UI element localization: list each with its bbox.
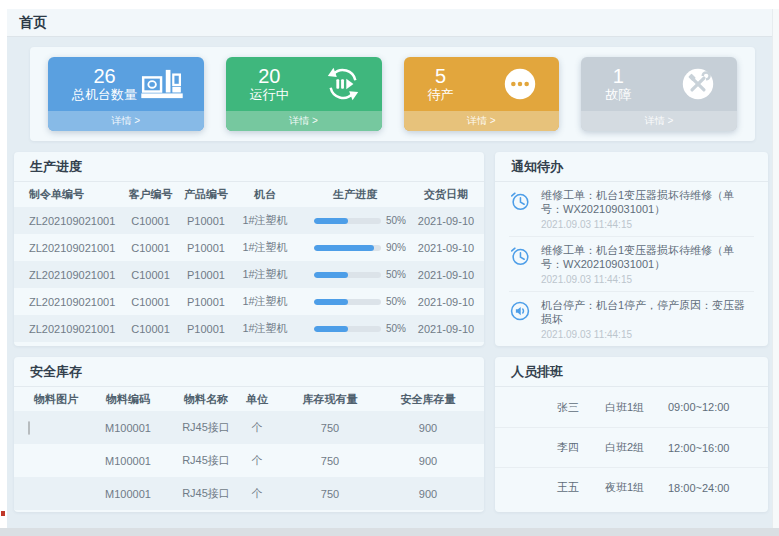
notification-time: 2021.09.03 11:44:15 xyxy=(541,273,754,286)
notifications-panel: 通知待办 维修工单：机台1变压器损坏待维修（单号：WX202109031001）… xyxy=(495,152,768,346)
table-row: ZL202109021001 C10001 P10001 1#注塑机 50% 2… xyxy=(14,315,484,342)
staff-name: 李四 xyxy=(557,440,605,455)
panel-title: 人员排班 xyxy=(495,357,768,387)
column-header: 机台 xyxy=(234,187,296,202)
detail-link-label: 详情 > xyxy=(645,115,674,126)
stat-value: 26 xyxy=(72,65,137,87)
notification-text: 维修工单：机台1变压器损坏待维修（单号：WX202109031001） xyxy=(541,243,754,271)
schedule-row: 张三 白班1组 09:00~12:00 xyxy=(495,387,768,427)
panel-title: 安全库存 xyxy=(14,357,484,387)
production-table-header: 制令单编号 客户编号 产品编号 机台 生产进度 交货日期 xyxy=(14,182,484,207)
stat-label: 运行中 xyxy=(250,87,289,103)
progress-bar: 50% xyxy=(296,323,414,334)
stat-value: 1 xyxy=(605,65,631,87)
column-header: 客户编号 xyxy=(123,187,178,202)
table-row: ZL202109021001 C10001 P10001 1#注塑机 90% 2… xyxy=(14,234,484,261)
page-header: 首页 xyxy=(7,9,772,37)
notification-text: 维修工单：机台1变压器损坏待维修（单号：WX202109031001） xyxy=(541,188,754,216)
notification-text: 机台停产：机台1停产，停产原因：变压器损坏 xyxy=(541,298,754,326)
column-header: 生产进度 xyxy=(296,187,414,202)
stat-card-total-machines[interactable]: 26 总机台数量 详情 xyxy=(48,57,204,131)
column-header: 物料编码 xyxy=(84,392,172,407)
staff-time: 09:00~12:00 xyxy=(668,401,768,413)
vertical-scrollbar[interactable] xyxy=(772,9,779,528)
column-header: 产品编号 xyxy=(178,187,234,202)
column-header: 单位 xyxy=(240,392,274,407)
progress-bar: 90% xyxy=(296,242,414,253)
staff-shift: 白班1组 xyxy=(605,400,668,415)
detail-link-label: 详情 > xyxy=(467,115,496,126)
staff-schedule-panel: 人员排班 张三 白班1组 09:00~12:00 李四 白班2组 12:00~1… xyxy=(495,357,768,512)
stat-cards-panel: 26 总机台数量 详情 xyxy=(30,47,755,141)
inventory-table-header: 物料图片 物料编码 物料名称 单位 库存现有量 安全库存量 xyxy=(14,387,484,411)
table-row: ZL202109021001 C10001 P10001 1#注塑机 50% 2… xyxy=(14,288,484,315)
stat-card-waiting[interactable]: 5 待产 详情 > xyxy=(404,57,560,131)
card-detail-link[interactable]: 详情 > xyxy=(581,111,737,131)
inventory-table-body: M100001 RJ45接口 个 750 900 M100001 RJ45接口 … xyxy=(14,411,484,510)
clock-icon xyxy=(509,188,533,231)
notification-item[interactable]: 维修工单：机台1变压器损坏待维修（单号：WX202109031001） 2021… xyxy=(509,182,754,237)
speaker-icon xyxy=(509,298,533,341)
table-row: ZL202109021001 C10001 P10001 1#注塑机 50% 2… xyxy=(14,261,484,288)
staff-shift: 夜班1组 xyxy=(605,480,668,495)
schedule-row: 李四 白班2组 12:00~16:00 xyxy=(495,427,768,467)
staff-name: 张三 xyxy=(557,400,605,415)
progress-bar: 50% xyxy=(296,215,414,226)
ellipsis-icon xyxy=(501,65,539,103)
running-icon xyxy=(324,65,362,103)
tab-home[interactable]: 首页 xyxy=(19,14,47,32)
safety-stock-panel: 安全库存 物料图片 物料编码 物料名称 单位 库存现有量 安全库存量 M1000… xyxy=(14,357,484,512)
staff-time: 18:00~24:00 xyxy=(668,482,768,494)
stat-label: 总机台数量 xyxy=(72,87,137,103)
table-row: M100001 RJ45接口 个 750 900 xyxy=(14,411,484,444)
clock-icon xyxy=(509,243,533,286)
panel-title: 通知待办 xyxy=(495,152,768,182)
stat-card-fault[interactable]: 1 故障 xyxy=(581,57,737,131)
stat-value: 20 xyxy=(250,65,289,87)
production-progress-panel: 生产进度 制令单编号 客户编号 产品编号 机台 生产进度 交货日期 ZL2021… xyxy=(14,152,484,346)
schedule-row: 王五 夜班1组 18:00~24:00 xyxy=(495,467,768,507)
column-header: 制令单编号 xyxy=(29,187,123,202)
staff-time: 12:00~16:00 xyxy=(668,442,768,454)
stat-label: 故障 xyxy=(605,87,631,103)
column-header: 交货日期 xyxy=(414,187,478,202)
stat-card-running[interactable]: 20 运行中 xyxy=(226,57,382,131)
content-area: 26 总机台数量 详情 xyxy=(7,37,772,528)
card-detail-link[interactable]: 详情 > xyxy=(404,111,560,131)
rj45-connector-photo xyxy=(28,421,30,435)
notification-time: 2021.09.03 11:44:15 xyxy=(541,218,754,231)
stat-label: 待产 xyxy=(428,87,454,103)
panel-title: 生产进度 xyxy=(14,152,484,182)
notification-item[interactable]: 机台停产：机台1停产，停产原因：变压器损坏 2021.09.03 11:44:1… xyxy=(509,292,754,346)
column-header: 库存现有量 xyxy=(274,392,386,407)
card-detail-link[interactable]: 详情 > xyxy=(48,111,204,131)
progress-bar: 50% xyxy=(296,296,414,307)
table-row: M100001 RJ45接口 个 750 900 xyxy=(14,477,484,510)
column-header: 物料名称 xyxy=(172,392,240,407)
staff-shift: 白班2组 xyxy=(605,440,668,455)
card-detail-link[interactable]: 详情 > xyxy=(226,111,382,131)
production-table-body: ZL202109021001 C10001 P10001 1#注塑机 50% 2… xyxy=(14,207,484,342)
progress-bar: 50% xyxy=(296,269,414,280)
machine-icon xyxy=(140,68,184,100)
schedule-list: 张三 白班1组 09:00~12:00 李四 白班2组 12:00~16:00 … xyxy=(495,387,768,507)
column-header: 安全库存量 xyxy=(386,392,470,407)
table-row: M100001 RJ45接口 个 750 900 xyxy=(14,444,484,477)
notification-dot xyxy=(1,511,5,516)
stat-value: 5 xyxy=(428,65,454,87)
staff-name: 王五 xyxy=(557,480,605,495)
detail-link-label: 详情 > xyxy=(289,115,318,126)
mes-dashboard: 首页 26 总机台数量 xyxy=(0,0,779,536)
notification-item[interactable]: 维修工单：机台1变压器损坏待维修（单号：WX202109031001） 2021… xyxy=(509,237,754,292)
detail-link-label: 详情 > xyxy=(112,115,141,126)
table-row: ZL202109021001 C10001 P10001 1#注塑机 50% 2… xyxy=(14,207,484,234)
column-header: 物料图片 xyxy=(28,392,84,407)
horizontal-scrollbar[interactable] xyxy=(0,528,779,536)
notification-list: 维修工单：机台1变压器损坏待维修（单号：WX202109031001） 2021… xyxy=(495,182,768,346)
notification-time: 2021.09.03 11:44:15 xyxy=(541,328,754,341)
tools-icon xyxy=(679,65,717,103)
